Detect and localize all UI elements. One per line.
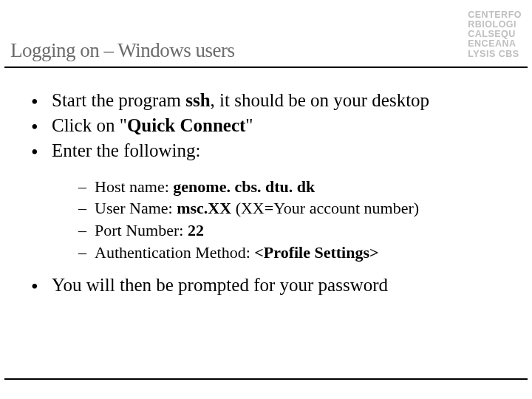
list-item: Enter the following: Host name: genome. … [31,139,526,264]
bold-text: Quick Connect [127,115,245,135]
list-item: You will then be prompted for your passw… [31,273,526,297]
text: (XX=Your account number) [236,199,419,217]
label: Host name: [95,177,173,196]
bold-text: ssh [185,90,210,110]
list-item: Authentication Method: <Profile Settings… [78,242,526,264]
value: <Profile Settings> [254,243,378,262]
text: Enter the following: [52,140,200,160]
logo-line: LYSIS CBS [468,50,522,59]
bullet-list: Start the program ssh, it should be on y… [6,89,526,298]
header: Logging on – Windows users CENTERFO RBIO… [4,0,528,68]
text: Click on " [52,115,127,135]
text: You will then be prompted for your passw… [52,275,388,295]
list-item: User Name: msc.XX (XX=Your account numbe… [78,197,526,219]
label: User Name: [95,199,177,217]
value: genome. cbs. dtu. dk [173,177,315,196]
logo: CENTERFO RBIOLOGI CALSEQU ENCEANA LYSIS … [468,10,522,59]
page-title: Logging on – Windows users [10,39,234,62]
list-item: Port Number: 22 [78,219,526,242]
value: msc.XX [177,199,235,217]
value: 22 [188,221,204,239]
text: " [245,115,253,135]
logo-line: ENCEANA [468,39,522,49]
label: Port Number: [95,221,188,239]
content: Start the program ssh, it should be on y… [0,68,532,307]
sub-list: Host name: genome. cbs. dtu. dk User Nam… [52,176,526,264]
list-item: Start the program ssh, it should be on y… [31,89,526,112]
footer-rule [4,378,528,380]
text: Start the program [52,90,185,110]
label: Authentication Method: [95,243,254,262]
list-item: Click on "Quick Connect" [31,114,526,137]
list-item: Host name: genome. cbs. dtu. dk [78,176,526,198]
text: , it should be on your desktop [211,90,430,110]
